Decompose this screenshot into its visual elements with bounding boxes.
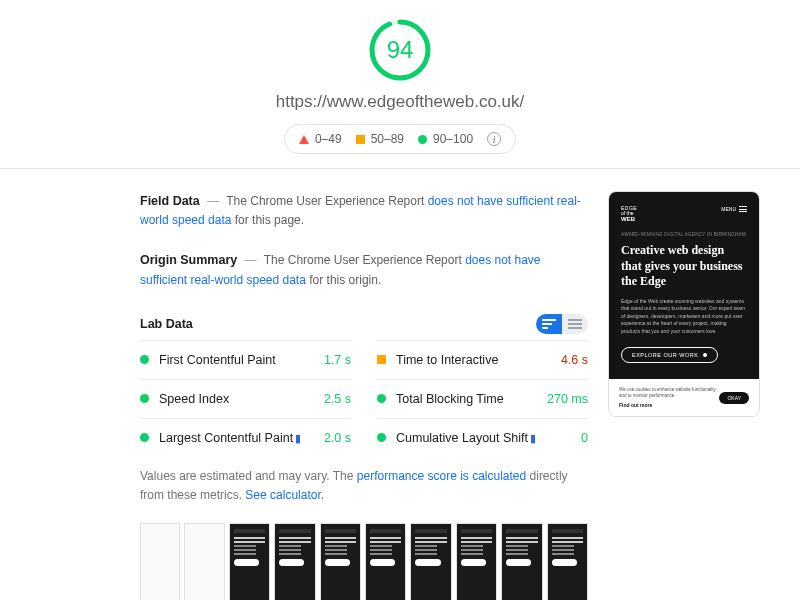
page-url: https://www.edgeoftheweb.co.uk/	[0, 92, 800, 112]
toggle-compact-button[interactable]	[562, 314, 588, 334]
filmstrip-frame	[320, 523, 361, 600]
filmstrip-frame	[274, 523, 315, 600]
preview-headline: Creative web design that gives your busi…	[621, 243, 747, 290]
score-calc-link[interactable]: performance score is calculated	[357, 469, 526, 483]
metric-value: 2.0 s	[324, 431, 351, 445]
flag-icon: ▮	[295, 432, 301, 444]
legend-good: 90–100	[418, 132, 473, 146]
preview-cta: EXPLORE OUR WORK	[621, 347, 718, 363]
metric-row[interactable]: Speed Index2.5 s	[140, 379, 351, 418]
score-legend: 0–49 50–89 90–100 i	[284, 124, 516, 154]
circle-icon	[377, 433, 386, 442]
flag-icon: ▮	[530, 432, 536, 444]
lab-data-title: Lab Data	[140, 317, 193, 331]
filmstrip	[140, 523, 588, 600]
hamburger-icon	[739, 206, 747, 212]
metric-value: 270 ms	[547, 392, 588, 406]
filmstrip-frame	[229, 523, 270, 600]
metric-row[interactable]: Cumulative Layout Shift▮0	[377, 418, 588, 457]
square-icon	[377, 355, 386, 364]
preview-okay-button: OKAY	[719, 392, 749, 404]
metric-value: 4.6 s	[561, 353, 588, 367]
metric-row[interactable]: Time to Interactive4.6 s	[377, 340, 588, 379]
metric-row[interactable]: First Contentful Paint1.7 s	[140, 340, 351, 379]
preview-eyebrow: AWARD-WINNING DIGITAL AGENCY IN BIRMINGH…	[621, 232, 747, 237]
metric-name: Cumulative Layout Shift▮	[396, 431, 536, 445]
circle-icon	[140, 433, 149, 442]
score-header: 94 https://www.edgeoftheweb.co.uk/ 0–49 …	[0, 0, 800, 169]
metric-row[interactable]: Largest Contentful Paint▮2.0 s	[140, 418, 351, 457]
score-gauge: 94	[368, 18, 432, 82]
metric-name: Time to Interactive	[396, 353, 498, 367]
legend-poor: 0–49	[299, 132, 342, 146]
filmstrip-frame	[410, 523, 451, 600]
toggle-expanded-button[interactable]	[536, 314, 562, 334]
metric-name: Total Blocking Time	[396, 392, 504, 406]
preview-logo: EDGE of the WEB	[621, 206, 637, 222]
filmstrip-frame	[140, 523, 180, 600]
metric-name: First Contentful Paint	[159, 353, 276, 367]
preview-body: Edge of the Web create stunning websites…	[621, 298, 747, 336]
filmstrip-frame	[184, 523, 224, 600]
preview-find-more: Find out more	[619, 402, 719, 408]
preview-menu: MENU	[721, 206, 747, 212]
view-toggle	[536, 314, 588, 334]
info-icon[interactable]: i	[487, 132, 501, 146]
filmstrip-frame	[501, 523, 542, 600]
see-calculator-link[interactable]: See calculator.	[245, 488, 324, 502]
filmstrip-frame	[456, 523, 497, 600]
circle-icon	[418, 135, 427, 144]
score-value: 94	[387, 36, 414, 64]
metric-value: 2.5 s	[324, 392, 351, 406]
preview-cookie-text: We use cookies to enhance website functi…	[619, 387, 719, 399]
origin-summary-section: Origin Summary — The Chrome User Experie…	[140, 250, 588, 289]
circle-icon	[377, 394, 386, 403]
circle-icon	[140, 394, 149, 403]
metric-value: 1.7 s	[324, 353, 351, 367]
metrics-footnote: Values are estimated and may vary. The p…	[140, 467, 588, 505]
page-preview: EDGE of the WEB MENU AWARD-WINNING DIGIT…	[608, 191, 760, 600]
origin-summary-title: Origin Summary	[140, 253, 237, 267]
metric-name: Largest Contentful Paint▮	[159, 431, 301, 445]
metric-row[interactable]: Total Blocking Time270 ms	[377, 379, 588, 418]
square-icon	[356, 135, 365, 144]
metrics-grid: First Contentful Paint1.7 sTime to Inter…	[140, 340, 588, 457]
metric-name: Speed Index	[159, 392, 229, 406]
field-data-section: Field Data — The Chrome User Experience …	[140, 191, 588, 230]
circle-icon	[140, 355, 149, 364]
field-data-title: Field Data	[140, 194, 200, 208]
triangle-icon	[299, 135, 309, 144]
filmstrip-frame	[365, 523, 406, 600]
legend-average: 50–89	[356, 132, 404, 146]
filmstrip-frame	[547, 523, 588, 600]
metric-value: 0	[581, 431, 588, 445]
